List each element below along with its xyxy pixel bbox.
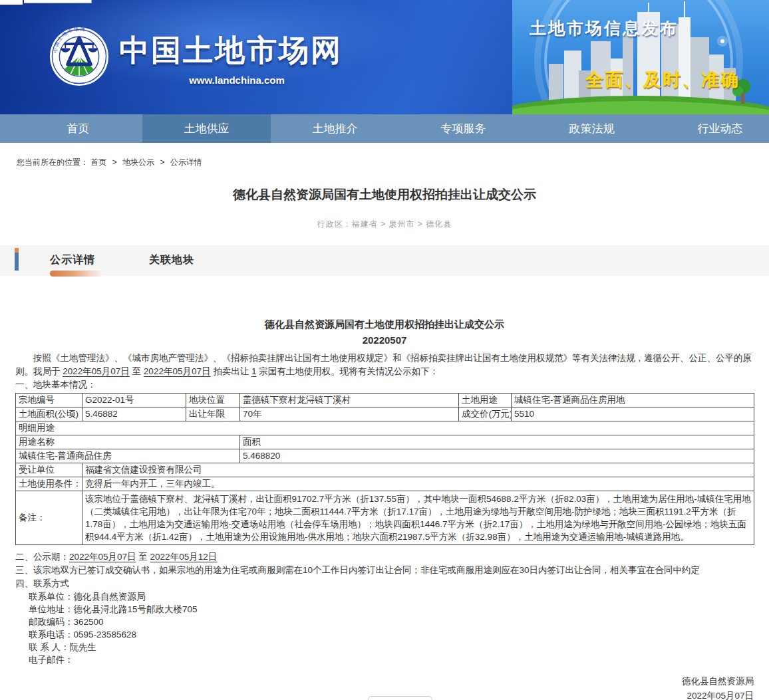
- main-nav: 首页 土地供应 土地推介 专项服务 政策法规 行业动态: [0, 114, 769, 143]
- contact-unit: 联系单位：德化县自然资源局: [15, 590, 754, 603]
- promo-slogan-1: 土地市场信息发布: [530, 17, 679, 39]
- table-row: 备注： 该宗地位于盖德镇下寮村、龙浔镇丁溪村，出让面积91702.7平方米（折1…: [16, 491, 754, 545]
- cell-parcel-no-value: G2022-01号: [82, 394, 186, 408]
- cell-detail-use-header: 明细用途: [16, 421, 754, 435]
- section4-heading: 四、联系方式: [15, 577, 754, 590]
- intro-mid2: 拍卖出让: [210, 366, 251, 376]
- active-tab-underline: [50, 271, 102, 277]
- nav-item-special-services[interactable]: 专项服务: [399, 114, 528, 143]
- section3-contract-terms: 三、该宗地双方已签订成交确认书，如果宗地的用途为住宅或商服则需在10个工作日内签…: [15, 564, 754, 577]
- nav-item-industry-news[interactable]: 行业动态: [656, 114, 769, 143]
- contact-address: 单位地址：德化县浔北路15号邮政大楼705: [15, 603, 754, 616]
- nav-item-land-promotion[interactable]: 土地推介: [271, 114, 399, 143]
- breadcrumb-item-home[interactable]: 首页: [90, 158, 106, 167]
- promo-slogan-2: 全面、及时、准确: [585, 68, 740, 92]
- section2-mid: 至: [136, 552, 150, 562]
- table-row: 宗地编号 G2022-01号 地块位置 盖德镇下寮村龙浔镇丁溪村 土地用途 城镇…: [16, 394, 754, 408]
- nav-item-policies[interactable]: 政策法规: [528, 114, 656, 143]
- cell-remarks-label: 备注：: [16, 491, 82, 545]
- accent-blue-block: [15, 253, 19, 271]
- intro-mid1: 至: [130, 366, 144, 376]
- accent-orange-block: [15, 248, 19, 253]
- cell-use-area-label: 面积: [240, 435, 754, 449]
- breadcrumb-item-notice-detail[interactable]: 公示详情: [170, 158, 202, 167]
- cell-conditions-label: 土地使用条件：: [16, 477, 82, 491]
- tab-strip: 公示详情 关联地块: [0, 245, 769, 276]
- table-row: 城镇住宅-普通商品住房 5.468820: [16, 449, 754, 463]
- cell-remarks-value: 该宗地位于盖德镇下寮村、龙浔镇丁溪村，出让面积91702.7平方米（折137.5…: [82, 491, 754, 545]
- cell-area-value: 5.46882: [82, 408, 186, 421]
- cell-price-value: 5510: [512, 408, 754, 421]
- intro-date-start: 2022年05月07日: [63, 366, 130, 376]
- top-left-artifact-2: [24, 0, 92, 3]
- nav-item-land-supply[interactable]: 土地供应: [142, 114, 271, 143]
- breadcrumb-separator: >: [112, 158, 117, 167]
- contact-email: 电子邮件：: [15, 653, 754, 666]
- cell-area-label: 土地面积(公顷): [16, 408, 82, 421]
- cell-land-use-label: 土地用途: [459, 394, 512, 408]
- cell-term-label: 出让年限: [186, 408, 240, 421]
- tab-notice-detail[interactable]: 公示详情: [50, 253, 95, 267]
- tab-related-parcels[interactable]: 关联地块: [149, 253, 194, 267]
- cell-grantee-value: 福建省文信建设投资有限公司: [82, 463, 754, 477]
- announcement-number: 20220507: [15, 334, 754, 346]
- cell-conditions-value: 竞得后一年内开工，三年内竣工。: [82, 477, 754, 491]
- section2-date-end: 2022年05月12日: [150, 552, 218, 562]
- announcement-body: 德化县自然资源局国有土地使用权招拍挂出让成交公示 20220507 按照《土地管…: [0, 318, 769, 700]
- section2-prefix: 二、公示期：: [15, 552, 69, 562]
- table-row: 用途名称 面积: [16, 435, 754, 449]
- site-url: www.landchina.com: [120, 74, 354, 86]
- section1-heading: 一、地块基本情况：: [15, 378, 754, 392]
- signature-org: 德化县自然资源局: [15, 674, 754, 689]
- cell-location-value: 盖德镇下寮村龙浔镇丁溪村: [240, 394, 459, 408]
- intro-tail: 宗国有土地使用权。现将有关情况公示如下：: [256, 366, 438, 376]
- region-line: 行政区：福建省 > 泉州市 > 德化县: [0, 219, 769, 230]
- cell-land-use-value: 城镇住宅-普通商品住房用地: [512, 394, 754, 408]
- contact-person: 联 系 人：阮先生: [15, 641, 754, 653]
- bottom-partial-button[interactable]: [368, 696, 432, 700]
- site-name: 中国土地市场网: [119, 31, 343, 70]
- cell-location-label: 地块位置: [186, 394, 240, 408]
- contact-phone: 联系电话：0595-23585628: [15, 628, 754, 641]
- contact-zipcode: 邮政编码：362500: [15, 616, 754, 628]
- table-row: 受让单位 福建省文信建设投资有限公司: [16, 463, 754, 477]
- table-row: 明细用途: [16, 421, 754, 435]
- announcement-intro: 按照《土地管理法》、《城市房地产管理法》、《招标拍卖挂牌出让国有土地使用权规定》…: [15, 352, 754, 378]
- table-row: 土地使用条件： 竞得后一年内开工，三年内竣工。: [16, 477, 754, 491]
- breadcrumb: 您当前所在的位置： 首页 > 地块公示 > 公示详情: [0, 143, 769, 171]
- cell-grantee-label: 受让单位: [16, 463, 82, 477]
- intro-date-end: 2022年05月07日: [144, 366, 211, 376]
- cell-use-name-value: 城镇住宅-普通商品住房: [16, 449, 240, 463]
- cell-use-area-value: 5.468820: [240, 449, 754, 463]
- top-left-artifact-1: [0, 0, 23, 5]
- cell-parcel-no-label: 宗地编号: [16, 394, 82, 408]
- site-header: 中国土地市场网 中国土地市场网 www.landchina.com: [0, 0, 769, 114]
- section2-date-start: 2022年05月07日: [69, 552, 136, 562]
- cell-use-name-label: 用途名称: [16, 435, 240, 449]
- breadcrumb-separator: >: [160, 158, 164, 167]
- cell-price-label: 成交价(万元): [459, 408, 512, 421]
- section2-publicity-period: 二、公示期：2022年05月07日 至 2022年05月12日: [15, 550, 754, 564]
- table-row: 土地面积(公顷) 5.46882 出让年限 70年 成交价(万元) 5510: [16, 408, 754, 421]
- promo-banner: 土地市场信息发布 全面、及时、准确: [512, 0, 769, 114]
- parcel-table: 宗地编号 G2022-01号 地块位置 盖德镇下寮村龙浔镇丁溪村 土地用途 城镇…: [15, 393, 754, 545]
- landchina-logo-icon[interactable]: 中国土地市场网: [49, 27, 109, 86]
- page-title: 德化县自然资源局国有土地使用权招拍挂出让成交公示: [0, 186, 769, 203]
- breadcrumb-item-parcel-notice[interactable]: 地块公示: [122, 158, 154, 167]
- cell-term-value: 70年: [240, 408, 459, 421]
- announcement-title: 德化县自然资源局国有土地使用权招拍挂出让成交公示: [15, 318, 754, 331]
- nav-item-home[interactable]: 首页: [14, 114, 142, 143]
- breadcrumb-prefix: 您当前所在的位置：: [17, 158, 88, 167]
